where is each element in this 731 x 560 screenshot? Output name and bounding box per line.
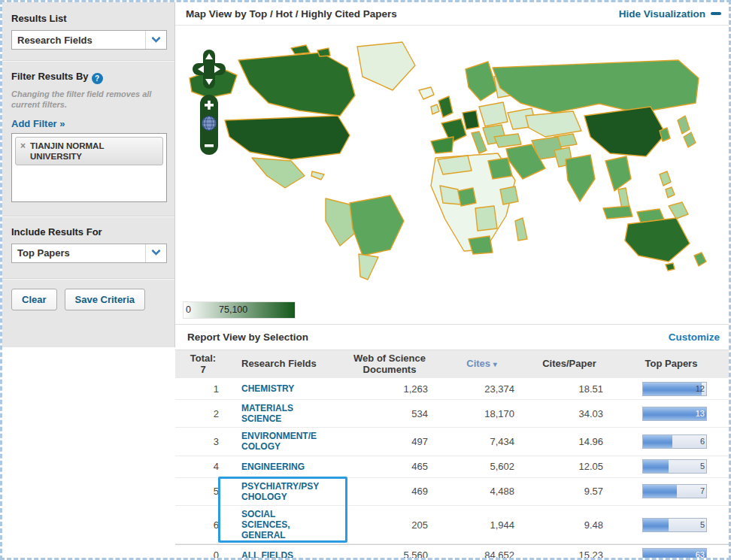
- filter-note: Changing the filter field removes all cu…: [11, 89, 167, 110]
- table-row: 2 MATERIALS SCIENCE 534 18,170 34.03 13: [175, 400, 729, 428]
- map-view-title: Map View by Top / Hot / Highly Cited Pap…: [186, 8, 397, 20]
- research-field-link[interactable]: ENGINEERING: [241, 462, 320, 472]
- filter-tag-label: TIANJIN NORMAL UNIVERSITY: [30, 141, 158, 162]
- rank-cell: 0: [175, 549, 231, 560]
- chevron-down-icon: [145, 244, 166, 262]
- region-australia: [625, 218, 690, 262]
- research-field-link[interactable]: ENVIRONMENT/ECOLOGY: [241, 431, 320, 452]
- cites-cell: 1,944: [438, 519, 525, 531]
- region-china: [584, 107, 666, 156]
- research-field-link[interactable]: PSYCHIATRY/PSYCHOLOGY: [241, 481, 320, 502]
- region-south-africa: [469, 236, 493, 254]
- table-body: 1 CHEMISTRY 1,263 23,374 18.51 12 2 MATE…: [175, 378, 729, 560]
- map-pan-control[interactable]: [193, 50, 226, 89]
- research-field-link[interactable]: SOCIAL SCIENCES, GENERAL: [241, 509, 320, 540]
- wos-documents-cell: 469: [341, 486, 438, 497]
- table-row: 3 ENVIRONMENT/ECOLOGY 497 7,434 14.96 6: [175, 428, 729, 456]
- world-map[interactable]: [178, 32, 717, 287]
- region-uk: [438, 96, 453, 117]
- customize-link[interactable]: Customize: [669, 331, 720, 343]
- table-row: 1 CHEMISTRY 1,263 23,374 18.51 12: [175, 378, 729, 400]
- cites-cell: 7,434: [438, 436, 525, 447]
- region-italy: [472, 132, 487, 153]
- top-papers-bar-fill: [643, 485, 677, 498]
- cites-cell: 4,488: [438, 486, 525, 497]
- cites-per-paper-cell: 34.03: [525, 408, 614, 419]
- globe-reset-button[interactable]: [202, 117, 217, 131]
- region-new-zealand: [694, 253, 706, 266]
- wos-documents-cell: 534: [341, 408, 438, 419]
- rank-cell: 1: [175, 383, 231, 395]
- rank-cell: 4: [175, 461, 231, 472]
- add-filter-link[interactable]: Add Filter »: [11, 118, 65, 129]
- legend-gradient-bar: 0 75,100: [183, 301, 296, 319]
- table-row: 6 SOCIAL SCIENCES, GENERAL 205 1,944 9.4…: [175, 506, 729, 544]
- research-field-link[interactable]: ALL FIELDS: [241, 550, 320, 560]
- region-spain: [431, 137, 453, 153]
- wos-documents-cell: 1,263: [341, 383, 438, 395]
- top-papers-bar: 12: [642, 382, 707, 396]
- region-mexico: [252, 158, 305, 188]
- top-papers-bar: 63: [642, 548, 707, 560]
- top-papers-bar: 5: [642, 518, 707, 532]
- column-header-total: Total: 7: [175, 353, 231, 376]
- top-papers-value: 6: [700, 435, 705, 448]
- legend-min-label: 0: [186, 304, 191, 315]
- region-usa: [225, 116, 350, 159]
- clear-button[interactable]: Clear: [11, 289, 57, 310]
- save-criteria-button[interactable]: Save Criteria: [65, 289, 146, 310]
- column-header-cites[interactable]: Cites ▾: [438, 359, 525, 370]
- region-japan: [678, 116, 690, 134]
- top-papers-value: 63: [696, 549, 705, 560]
- remove-filter-icon[interactable]: ×: [20, 141, 26, 162]
- report-view-title: Report View by Selection: [187, 331, 308, 343]
- table-row: 4 ENGINEERING 465 5,602 12.05 5: [175, 456, 729, 478]
- results-list-dropdown-value: Research Fields: [12, 35, 93, 46]
- cites-cell: 18,170: [438, 408, 525, 419]
- map-view-header: Map View by Top / Hot / Highly Cited Pap…: [175, 2, 729, 26]
- map-controls[interactable]: [191, 48, 227, 161]
- zoom-out-button[interactable]: [205, 144, 214, 147]
- include-results-dropdown[interactable]: Top Papers: [11, 244, 167, 263]
- top-papers-bar-fill: [643, 383, 702, 395]
- top-papers-bar: 7: [642, 484, 707, 498]
- research-field-link[interactable]: CHEMISTRY: [241, 383, 320, 394]
- region-greenland: [357, 42, 415, 90]
- main-content: Map View by Top / Hot / Highly Cited Pap…: [175, 2, 729, 558]
- wos-documents-cell: 465: [341, 461, 438, 472]
- cites-per-paper-cell: 15.23: [525, 549, 614, 560]
- top-papers-bar-fill: [643, 435, 672, 448]
- results-list-dropdown[interactable]: Research Fields: [11, 30, 167, 50]
- research-field-link[interactable]: MATERIALS SCIENCE: [241, 403, 320, 424]
- sidebar: Results List Research Fields Filter Resu…: [2, 2, 175, 558]
- filter-tag[interactable]: × TIANJIN NORMAL UNIVERSITY: [15, 137, 163, 166]
- column-header-top-papers[interactable]: Top Papers: [614, 359, 729, 370]
- minus-icon: [711, 12, 721, 15]
- top-papers-bar: 6: [642, 434, 707, 449]
- column-header-cites-per-paper[interactable]: Cites/Paper: [525, 359, 614, 370]
- top-papers-value: 13: [696, 407, 705, 420]
- rank-cell: 2: [175, 408, 231, 419]
- region-germany: [463, 110, 479, 129]
- divider: [2, 278, 174, 280]
- cites-per-paper-cell: 12.05: [525, 461, 614, 472]
- map-zoom-control[interactable]: [200, 95, 218, 155]
- column-header-wos-documents[interactable]: Web of Science Documents: [341, 353, 438, 376]
- cites-cell: 23,374: [438, 383, 525, 395]
- report-view-header: Report View by Selection Customize: [175, 325, 729, 350]
- hide-visualization-link[interactable]: Hide Visualization: [619, 8, 721, 20]
- wos-documents-cell: 5,560: [341, 549, 438, 560]
- top-papers-value: 12: [696, 383, 705, 395]
- table-row: 5 PSYCHIATRY/PSYCHOLOGY 469 4,488 9.57 7: [175, 478, 729, 506]
- sidebar-panel: Results List Research Fields Filter Resu…: [2, 2, 175, 347]
- column-header-research-fields[interactable]: Research Fields: [231, 359, 341, 370]
- help-icon[interactable]: ?: [92, 73, 103, 84]
- rank-cell: 3: [175, 436, 231, 447]
- top-papers-value: 7: [700, 485, 705, 498]
- cites-cell: 84,652: [438, 549, 525, 560]
- rank-cell: 6: [175, 519, 231, 531]
- chevron-down-icon: [145, 31, 166, 49]
- map-legend: 0 75,100: [183, 301, 296, 319]
- include-results-heading: Include Results For: [11, 226, 167, 238]
- map-area[interactable]: 0 75,100: [175, 26, 729, 325]
